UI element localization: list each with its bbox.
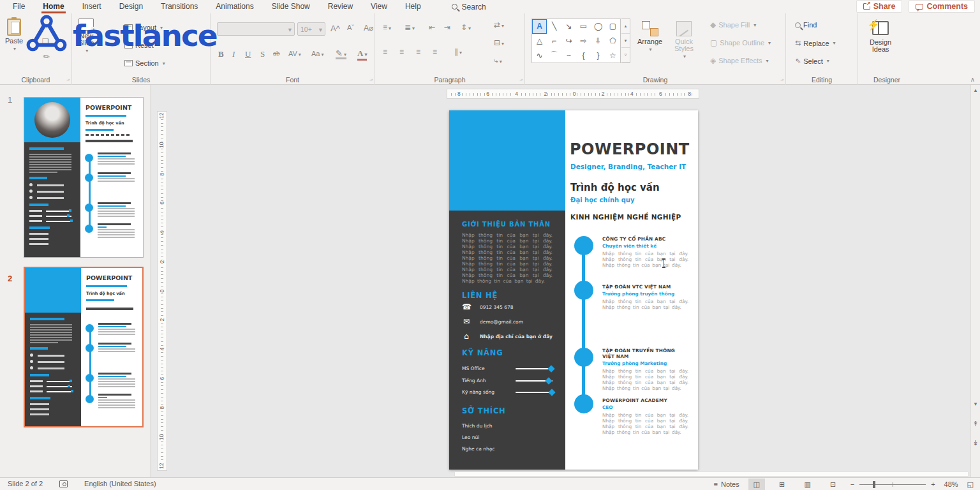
quick-styles-button[interactable]: Quick Styles: [674, 21, 694, 59]
gallery-more-icon[interactable]: ▿: [621, 48, 630, 63]
align-right-button[interactable]: ≡: [416, 48, 420, 56]
section-button[interactable]: Section: [124, 59, 165, 67]
clipboard-dialog-launcher-icon[interactable]: ⌐: [66, 77, 70, 83]
left-brace-shape[interactable]: {: [576, 48, 591, 63]
down-arrow-shape[interactable]: ⇩: [591, 34, 605, 48]
convert-smartart-button[interactable]: ⤷: [494, 57, 502, 64]
scroll-down-icon[interactable]: ▾: [971, 401, 980, 407]
experience-item[interactable]: TẬP ĐOÀN VTC VIỆT NAM Trưởng phòng truyề…: [602, 284, 688, 311]
tab-home[interactable]: Home: [34, 0, 73, 13]
timeline-node[interactable]: [574, 281, 593, 300]
align-center-button[interactable]: ≡: [399, 48, 404, 56]
accessibility-icon[interactable]: [59, 480, 68, 487]
find-button[interactable]: Find: [795, 21, 817, 29]
shape-outline-button[interactable]: ▢ Shape Outline: [710, 39, 771, 47]
timeline-node[interactable]: [574, 394, 593, 413]
hobby-item[interactable]: Thích du lịch: [462, 423, 493, 429]
hobby-item[interactable]: Leo núi: [462, 434, 479, 440]
font-dialog-launcher-icon[interactable]: ⌐: [369, 77, 373, 83]
paragraph-dialog-launcher-icon[interactable]: ⌐: [519, 77, 523, 83]
education-detail[interactable]: Đại học chính quy: [570, 197, 634, 204]
elbow-arrow-shape[interactable]: ↪: [561, 34, 576, 48]
zoom-level[interactable]: 48%: [944, 480, 958, 488]
right-brace-shape[interactable]: }: [591, 48, 605, 63]
rectangle-shape[interactable]: ▭: [576, 19, 591, 34]
underline-button[interactable]: U: [245, 49, 251, 59]
drawing-dialog-launcher-icon[interactable]: ⌐: [780, 77, 783, 83]
reading-view-button[interactable]: ▥: [799, 479, 816, 490]
slide-canvas[interactable]: GIỚI THIỆU BẢN THÂN Nhập thông tin của b…: [449, 110, 698, 470]
bullets-button[interactable]: ≡: [383, 24, 391, 31]
contact-section-title[interactable]: LIÊN HỆ: [462, 291, 498, 300]
experience-item[interactable]: TẬP ĐOÀN TRUYỀN THÔNG VIỆT NAM Trưởng ph…: [602, 348, 688, 392]
line-arrow-shape[interactable]: ↘: [561, 19, 576, 34]
about-section-title[interactable]: GIỚI THIỆU BẢN THÂN: [462, 221, 551, 228]
hobbies-section-title[interactable]: SỞ THÍCH: [462, 406, 506, 415]
photo-placeholder-block[interactable]: [449, 110, 565, 211]
curve-shape[interactable]: ~: [561, 48, 576, 63]
arc-shape[interactable]: ⌒: [547, 48, 561, 63]
align-text-button[interactable]: ⊟: [494, 39, 504, 47]
grow-font-button[interactable]: A^: [330, 24, 340, 33]
tab-view[interactable]: View: [362, 0, 396, 13]
education-title[interactable]: Trình độ học vấn: [570, 182, 660, 193]
vertical-scrollbar[interactable]: ▴ ▾ ↟ ↡: [970, 85, 980, 477]
tab-animations[interactable]: Animations: [207, 0, 262, 13]
timeline-node[interactable]: [574, 236, 593, 255]
fit-slide-to-window-icon[interactable]: ◱: [967, 480, 974, 489]
text-highlight-button[interactable]: ✎: [336, 49, 346, 59]
tab-help[interactable]: Help: [396, 0, 430, 13]
italic-button[interactable]: I: [232, 49, 235, 59]
bold-button[interactable]: B: [218, 49, 224, 59]
decrease-indent-button[interactable]: ⇤: [429, 24, 435, 31]
shrink-font-button[interactable]: Aˇ: [347, 24, 354, 31]
shadow-button[interactable]: S: [260, 49, 265, 59]
previous-slide-icon[interactable]: ↟: [971, 420, 980, 428]
experience-item[interactable]: CÔNG TY CỔ PHẦN ABC Chuyên viên thiết kế…: [602, 236, 688, 269]
increase-indent-button[interactable]: ⇥: [444, 24, 450, 31]
skill-row[interactable]: Tiếng Anh: [462, 378, 553, 384]
slide-sorter-view-button[interactable]: ⊞: [774, 479, 791, 490]
star-shape[interactable]: ☆: [605, 48, 620, 63]
experience-item[interactable]: POWERPOINT ACADEMY CEO Nhập thông tin củ…: [602, 397, 688, 436]
experience-title[interactable]: KINH NGHIỆM NGHỀ NGHIỆP: [570, 213, 681, 221]
right-arrow-shape[interactable]: ⇨: [576, 34, 591, 48]
zoom-track[interactable]: [859, 480, 926, 488]
slide-2-thumbnail[interactable]: POWERPOINTTrình độ học vấn: [24, 267, 144, 427]
tab-transitions[interactable]: Transitions: [152, 0, 207, 13]
skill-level-marker[interactable]: [545, 377, 552, 384]
timeline-node[interactable]: [574, 348, 593, 367]
tab-design[interactable]: Design: [110, 0, 152, 13]
search-box[interactable]: Search: [452, 3, 486, 11]
skill-row[interactable]: MS Office: [462, 366, 553, 372]
contact-phone-row[interactable]: ☎ 0912 345 678: [462, 302, 514, 311]
oval-shape[interactable]: ◯: [591, 19, 605, 34]
slideshow-view-button[interactable]: ⊡: [825, 479, 842, 490]
character-spacing-button[interactable]: AV: [288, 50, 301, 57]
slide-1-thumbnail[interactable]: POWERPOINTTrình độ học vấn: [24, 97, 144, 258]
triangle-shape[interactable]: △: [532, 34, 547, 48]
zoom-thumb[interactable]: [873, 481, 875, 488]
columns-button[interactable]: ∥: [454, 48, 462, 56]
contact-address-row[interactable]: ⌂ Nhập địa chỉ của bạn ở đây: [462, 332, 553, 341]
tab-insert[interactable]: Insert: [73, 0, 110, 13]
about-section-text[interactable]: Nhập thông tin của bạn tại đây. Nhập thô…: [462, 232, 553, 284]
justify-button[interactable]: ≡: [433, 48, 437, 56]
font-color-button[interactable]: A: [357, 48, 367, 61]
collapse-ribbon-icon[interactable]: ∧: [970, 76, 975, 83]
tab-review[interactable]: Review: [319, 0, 362, 13]
normal-view-button[interactable]: ◫: [748, 479, 765, 490]
scroll-up-icon[interactable]: ▴: [971, 87, 980, 93]
share-button[interactable]: Share: [856, 0, 903, 13]
text-box-shape[interactable]: A: [532, 19, 547, 34]
gallery-down-icon[interactable]: ▾: [621, 34, 630, 48]
zoom-out-icon[interactable]: −: [850, 480, 854, 488]
arrange-button[interactable]: Arrange: [637, 21, 662, 52]
gallery-up-icon[interactable]: ▴: [621, 19, 630, 34]
contact-email-row[interactable]: ✉ demo@gmail.com: [462, 317, 523, 326]
notes-button[interactable]: ≡ Notes: [714, 480, 739, 488]
tab-file[interactable]: File: [4, 0, 34, 13]
horizontal-scrollbar[interactable]: [454, 471, 969, 477]
skill-row[interactable]: Kỹ năng sống: [462, 389, 553, 396]
strikethrough-button[interactable]: ab: [273, 49, 279, 57]
